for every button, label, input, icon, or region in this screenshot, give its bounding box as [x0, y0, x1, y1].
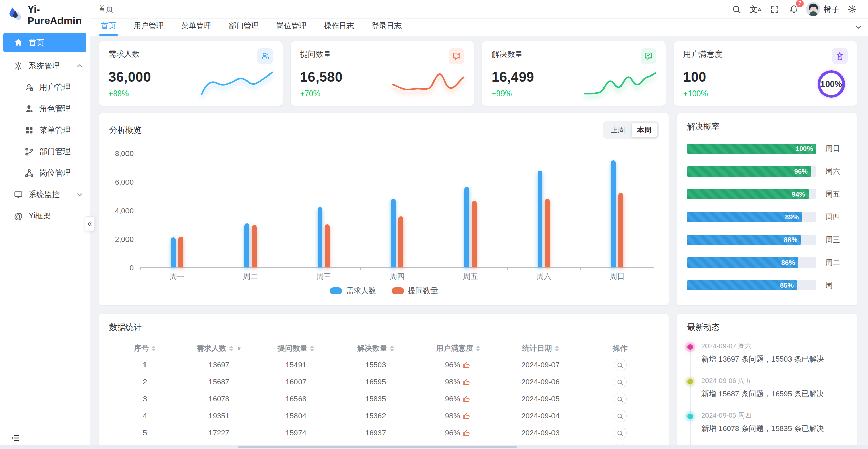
sidebar-item-user-mgmt[interactable]: 用户管理 — [0, 77, 90, 98]
table-row: 316078165681583596%2024-09-05 — [109, 390, 659, 408]
sort-carets-icon[interactable] — [310, 346, 314, 351]
x-axis-label: 周六 — [507, 271, 581, 282]
cell-solved: 15835 — [335, 395, 417, 403]
timeline-dot — [687, 379, 693, 384]
progress-fill: 94% — [687, 189, 809, 199]
analysis-chart-card: 分析概览 上周 本周 周一周二周三周四周五周六周日 8,0006,0004,00… — [99, 113, 669, 305]
cell-demand: 19351 — [181, 412, 257, 420]
solve-rate-row: 86%周二 — [687, 257, 847, 268]
horizontal-scrollbar-thumb[interactable] — [238, 446, 517, 448]
sidebar-item-home[interactable]: 首页 — [3, 33, 86, 52]
cell-index: 5 — [109, 429, 181, 437]
x-axis-label: 周三 — [287, 271, 360, 282]
solve-rate-row: 94%周五 — [687, 189, 847, 199]
sidebar-item-dept-mgmt[interactable]: 部门管理 — [0, 141, 90, 162]
axis-tick — [140, 267, 141, 270]
tab-操作日志[interactable]: 操作日志 — [322, 21, 356, 36]
chevron-up-icon — [75, 62, 84, 70]
chart-legend: 需求人数提问数量 — [109, 286, 659, 297]
tab-菜单管理[interactable]: 菜单管理 — [179, 21, 213, 36]
y-axis-label: 4,000 — [109, 206, 134, 215]
view-detail-button[interactable] — [614, 376, 627, 388]
sidebar-item-monitor[interactable]: 系统监控 — [0, 184, 90, 205]
tab-首页[interactable]: 首页 — [99, 21, 118, 36]
data-table-card: 数据统计 序号需求人数∨提问数量解决数量用户满意度统计日期操作 11369715… — [99, 314, 669, 449]
timeline-date: 2024-09-07 周六 — [701, 342, 847, 351]
sidebar-item-label: 系统管理 — [29, 61, 60, 71]
satisfaction-value: 98% — [445, 412, 460, 420]
tab-用户管理[interactable]: 用户管理 — [132, 21, 166, 36]
bar-chart: 周一周二周三周四周五周六周日 8,0006,0004,0002,0000 — [109, 145, 659, 282]
tab-岗位管理[interactable]: 岗位管理 — [274, 21, 308, 36]
cell-operation — [582, 410, 659, 422]
legend-item[interactable]: 需求人数 — [330, 286, 376, 296]
view-detail-button[interactable] — [614, 427, 627, 439]
this-week-button[interactable]: 本周 — [632, 123, 657, 137]
fullscreen-icon[interactable] — [767, 1, 782, 17]
gear-icon[interactable] — [844, 1, 860, 17]
cell-date: 2024-09-03 — [499, 429, 581, 437]
sidebar-item-post-mgmt[interactable]: 岗位管理 — [0, 162, 90, 184]
sidebar-item-yi-framework[interactable]: @Yi框架 — [0, 205, 90, 227]
tab-登录日志[interactable]: 登录日志 — [370, 21, 404, 36]
at-icon: @ — [14, 211, 23, 221]
sort-carets-icon[interactable] — [152, 346, 156, 351]
column-header-需求人数[interactable]: 需求人数∨ — [181, 343, 257, 353]
search-icon[interactable] — [729, 1, 744, 17]
column-header-解决数量[interactable]: 解决数量 — [335, 343, 417, 353]
sidebar-item-system-mgmt[interactable]: 系统管理 — [0, 55, 90, 77]
column-header-用户满意度[interactable]: 用户满意度 — [417, 343, 499, 353]
navbar-actions: 文A 7 橙子 — [729, 1, 860, 17]
chevron-down-icon — [75, 190, 84, 199]
notifications-button[interactable]: 7 — [786, 1, 801, 17]
last-week-button[interactable]: 上周 — [605, 123, 630, 137]
axis-tick — [654, 267, 654, 270]
sidebar-item-role-mgmt[interactable]: 角色管理 — [0, 98, 90, 119]
cell-satisfaction: 98% — [417, 378, 499, 386]
view-detail-button[interactable] — [614, 410, 627, 422]
timeline-item: 2024-09-06 周五新增 15687 条问题，16595 条已解决 — [701, 376, 847, 399]
sort-carets-icon[interactable] — [555, 346, 559, 351]
axis-tick — [507, 267, 508, 270]
cell-satisfaction: 96% — [417, 395, 499, 403]
sidebar-collapse-handle[interactable]: « — [85, 216, 95, 231]
progress-day-label: 周日 — [825, 144, 847, 154]
view-detail-button[interactable] — [614, 393, 627, 405]
latest-news-card: 最新动态 2024-09-07 周六新增 13697 条问题，15503 条已解… — [677, 314, 857, 449]
view-detail-button[interactable] — [614, 359, 627, 371]
satisfaction-ring-label: 100% — [820, 79, 842, 89]
filter-chevron-icon[interactable]: ∨ — [237, 345, 242, 352]
column-header-label: 解决数量 — [357, 343, 387, 353]
translate-icon[interactable]: 文A — [748, 1, 763, 17]
user-menu[interactable]: 橙子 — [805, 2, 841, 16]
cell-index: 3 — [109, 395, 181, 403]
sort-carets-icon[interactable] — [476, 346, 480, 351]
cell-questions: 15491 — [257, 361, 334, 369]
column-header-序号[interactable]: 序号 — [109, 343, 181, 353]
thumbs-up-icon — [463, 378, 471, 386]
x-axis-label: 周一 — [140, 271, 214, 282]
column-header-label: 提问数量 — [277, 343, 307, 353]
questions-bar — [325, 224, 330, 267]
stat-card-solved: 解决数量 16,499 +99% — [482, 41, 666, 106]
cell-solved: 15362 — [335, 412, 417, 420]
sort-carets-icon[interactable] — [390, 346, 394, 351]
sort-carets-icon[interactable] — [229, 346, 233, 351]
cell-operation — [582, 359, 659, 371]
tab-chevron-down-icon[interactable] — [854, 23, 863, 32]
progress-track: 94% — [687, 189, 816, 199]
cell-operation — [582, 393, 659, 405]
table-title: 数据统计 — [109, 322, 142, 332]
sort-desc-icon — [390, 349, 394, 351]
legend-item[interactable]: 提问数量 — [392, 286, 438, 296]
sort-desc-icon — [555, 349, 559, 351]
water-drop-logo-icon — [7, 6, 23, 24]
timeline-dot — [687, 414, 693, 419]
menu-fold-icon[interactable] — [9, 431, 22, 445]
column-header-提问数量[interactable]: 提问数量 — [257, 343, 334, 353]
sidebar-item-menu-mgmt[interactable]: 菜单管理 — [0, 119, 90, 141]
column-header-统计日期[interactable]: 统计日期 — [499, 343, 581, 353]
magnifier-icon — [617, 430, 623, 436]
tab-部门管理[interactable]: 部门管理 — [227, 21, 261, 36]
demand-bar — [464, 187, 469, 267]
